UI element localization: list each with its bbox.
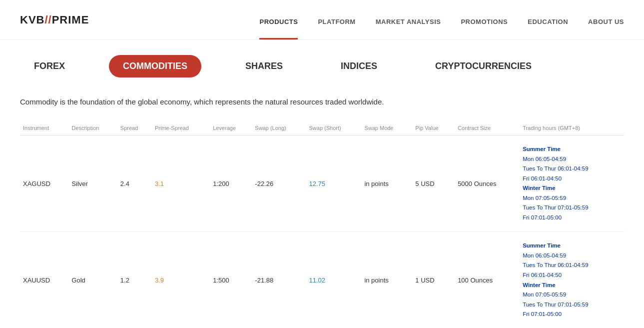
col-swap-mode: Swap Mode — [361, 121, 412, 136]
cell-pip-value: 1 USD — [412, 232, 455, 328]
winter-line2: Tues To Thur 07:01-05:59 — [523, 302, 589, 308]
header: KVB//PRIME PRODUCTS PLATFORM MARKET ANAL… — [0, 0, 644, 40]
summer-line3: Fri 06:01-04:50 — [523, 176, 562, 182]
tab-forex[interactable]: FOREX — [20, 55, 79, 78]
col-description: Description — [68, 121, 117, 136]
cell-swap-mode: in points — [361, 232, 412, 328]
col-swap-short: Swap (Short) — [306, 121, 362, 136]
col-swap-long: Swap (Long) — [252, 121, 306, 136]
tab-commodities[interactable]: COMMODITIES — [109, 55, 201, 78]
cell-leverage: 1:200 — [210, 136, 252, 232]
logo[interactable]: KVB//PRIME — [20, 14, 89, 26]
logo-slash: // — [44, 14, 51, 26]
tab-shares[interactable]: SHARES — [231, 55, 297, 78]
nav-item-promotions[interactable]: PROMOTIONS — [461, 18, 508, 40]
table-row: XAUUSD Gold 1.2 3.9 1:500 -21.88 11.02 i… — [20, 232, 624, 328]
cell-spread: 1.2 — [117, 232, 152, 328]
tab-cryptocurrencies[interactable]: CRYPTOCURRENCIES — [421, 55, 546, 78]
winter-line3: Fri 07:01-05:00 — [523, 311, 562, 317]
tab-indices[interactable]: INDICES — [327, 55, 391, 78]
cell-description: Silver — [68, 136, 117, 232]
col-trading-hours: Trading hours (GMT+8) — [520, 121, 624, 136]
winter-line2: Tues To Thur 07:01-05:59 — [523, 204, 589, 210]
col-instrument: Instrument — [20, 121, 68, 136]
summer-line2: Tues To Thur 06:01-04:59 — [523, 166, 589, 172]
winter-label: Winter Time — [523, 185, 556, 191]
cell-swap-short: 11.02 — [306, 232, 362, 328]
cell-instrument: XAUUSD — [20, 232, 68, 328]
table-header-row: Instrument Description Spread Prime-Spre… — [20, 121, 624, 136]
nav-item-market-analysis[interactable]: MARKET ANALYSIS — [376, 18, 441, 40]
cell-description: Gold — [68, 232, 117, 328]
summer-line1: Mon 06:05-04:59 — [523, 156, 566, 162]
nav-item-education[interactable]: EDUCATION — [528, 18, 568, 40]
cell-swap-short: 12.75 — [306, 136, 362, 232]
cell-instrument: XAGUSD — [20, 136, 68, 232]
cell-contract-size: 5000 Ounces — [455, 136, 520, 232]
summer-line1: Mon 06:05-04:59 — [523, 252, 566, 258]
page-description: Commodity is the foundation of the globa… — [0, 82, 644, 111]
col-leverage: Leverage — [210, 121, 252, 136]
nav-item-platform[interactable]: PLATFORM — [318, 18, 355, 40]
winter-line1: Mon 07:05-05:59 — [523, 195, 566, 201]
cell-trading-hours: Summer Time Mon 06:05-04:59 Tues To Thur… — [520, 232, 624, 328]
commodities-table-container: Instrument Description Spread Prime-Spre… — [0, 111, 644, 328]
summer-label: Summer Time — [523, 146, 561, 152]
cell-prime-spread: 3.1 — [152, 136, 210, 232]
cell-pip-value: 5 USD — [412, 136, 455, 232]
cell-prime-spread: 3.9 — [152, 232, 210, 328]
winter-line1: Mon 07:05-05:59 — [523, 292, 566, 298]
main-nav: PRODUCTS PLATFORM MARKET ANALYSIS PROMOT… — [259, 0, 624, 40]
winter-label: Winter Time — [523, 282, 556, 288]
tab-bar: FOREX COMMODITIES SHARES INDICES CRYPTOC… — [0, 40, 644, 82]
col-pip-value: Pip Value — [412, 121, 455, 136]
summer-line3: Fri 06:01-04:50 — [523, 272, 562, 278]
summer-label: Summer Time — [523, 242, 561, 248]
table-row: XAGUSD Silver 2.4 3.1 1:200 -22.26 12.75… — [20, 136, 624, 232]
cell-swap-long: -22.26 — [252, 136, 306, 232]
cell-spread: 2.4 — [117, 136, 152, 232]
cell-swap-long: -21.88 — [252, 232, 306, 328]
cell-contract-size: 100 Ounces — [455, 232, 520, 328]
nav-item-about-us[interactable]: ABOUT US — [588, 18, 624, 40]
col-prime-spread: Prime-Spread — [152, 121, 210, 136]
col-contract-size: Contract Size — [455, 121, 520, 136]
cell-swap-mode: in points — [361, 136, 412, 232]
cell-leverage: 1:500 — [210, 232, 252, 328]
nav-item-products[interactable]: PRODUCTS — [259, 18, 298, 40]
summer-line2: Tues To Thur 06:01-04:59 — [523, 262, 589, 268]
cell-trading-hours: Summer Time Mon 06:05-04:59 Tues To Thur… — [520, 136, 624, 232]
col-spread: Spread — [117, 121, 152, 136]
commodities-table: Instrument Description Spread Prime-Spre… — [20, 121, 624, 328]
winter-line3: Fri 07:01-05:00 — [523, 214, 562, 220]
